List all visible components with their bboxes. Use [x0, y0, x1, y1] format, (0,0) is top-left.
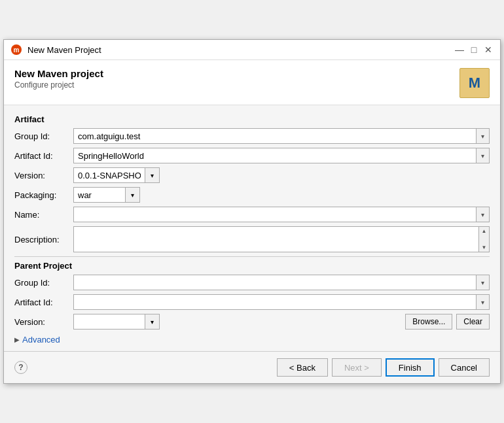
footer-buttons: < Back Next > Finish Cancel: [277, 358, 490, 377]
content-area: Artifact Group Id: ▾ Artifact Id: ▾ Vers…: [4, 105, 500, 351]
version-input-row: ▾: [73, 167, 160, 183]
description-row: Description: ▲ ▼: [14, 226, 490, 252]
scroll-down-icon[interactable]: ▼: [482, 245, 487, 250]
packaging-label: Packaging:: [14, 190, 73, 200]
artifact-id-input-row: ▾: [73, 148, 490, 163]
parent-group-id-row: Group Id: ▾: [14, 275, 490, 290]
browse-button[interactable]: Browse...: [405, 314, 452, 330]
svg-text:m: m: [14, 46, 20, 54]
version-label: Version:: [14, 171, 73, 180]
section-divider: [14, 256, 490, 257]
parent-group-id-label: Group Id:: [14, 278, 73, 288]
parent-artifact-id-row: Artifact Id: ▾: [14, 294, 490, 310]
group-id-input-row: ▾: [73, 128, 490, 144]
parent-artifact-id-input-row: ▾: [73, 294, 490, 310]
advanced-arrow-icon: ▶: [14, 336, 20, 343]
name-row: Name: ▾: [14, 207, 490, 222]
parent-version-row: Version: ▾ Browse... Clear: [14, 314, 490, 330]
header-section: New Maven project Configure project M: [4, 60, 500, 105]
title-bar-left: m New Maven Project: [10, 44, 101, 56]
title-bar: m New Maven Project — □ ✕: [4, 40, 500, 60]
maximize-button[interactable]: □: [469, 44, 479, 55]
close-button[interactable]: ✕: [483, 44, 494, 55]
packaging-dropdown-btn[interactable]: ▾: [126, 187, 140, 203]
artifact-id-dropdown-btn[interactable]: ▾: [477, 148, 490, 163]
advanced-row[interactable]: ▶ Advanced: [14, 335, 490, 345]
group-id-label: Group Id:: [14, 131, 73, 141]
footer: ? < Back Next > Finish Cancel: [4, 351, 500, 383]
parent-group-id-dropdown-btn[interactable]: ▾: [477, 275, 490, 290]
version-dropdown-btn[interactable]: ▾: [145, 167, 160, 183]
artifact-section-label: Artifact: [14, 114, 490, 124]
maven-title-icon: m: [10, 44, 22, 56]
parent-version-controls: ▾ Browse... Clear: [73, 314, 490, 330]
version-row: Version: ▾: [14, 167, 490, 183]
packaging-input-row: ▾: [73, 187, 140, 203]
advanced-label[interactable]: Advanced: [22, 335, 60, 345]
dialog-window: m New Maven Project — □ ✕ New Maven proj…: [3, 39, 501, 384]
dialog-title: New Maven Project: [27, 45, 101, 55]
artifact-id-input[interactable]: [73, 148, 477, 163]
parent-version-dropdown-btn[interactable]: ▾: [145, 314, 160, 330]
name-input[interactable]: [73, 207, 477, 222]
description-input[interactable]: [73, 226, 479, 252]
title-controls: — □ ✕: [454, 44, 494, 55]
parent-group-id-input-row: ▾: [73, 275, 490, 290]
next-button[interactable]: Next >: [332, 358, 382, 377]
packaging-input[interactable]: [73, 187, 126, 203]
parent-project-section-label: Parent Project: [14, 261, 490, 271]
cancel-button[interactable]: Cancel: [439, 358, 490, 377]
parent-version-input[interactable]: [73, 314, 145, 330]
version-input[interactable]: [73, 167, 145, 183]
maven-logo: M: [459, 68, 490, 98]
description-label: Description:: [14, 235, 73, 245]
clear-button[interactable]: Clear: [456, 314, 490, 330]
page-subtitle: Configure project: [14, 80, 103, 90]
back-button[interactable]: < Back: [277, 358, 328, 377]
finish-button[interactable]: Finish: [386, 358, 435, 377]
scroll-up-icon[interactable]: ▲: [482, 228, 487, 234]
minimize-button[interactable]: —: [454, 44, 465, 55]
help-button[interactable]: ?: [14, 361, 27, 374]
header-text: New Maven project Configure project: [14, 68, 103, 90]
parent-artifact-id-input[interactable]: [73, 294, 477, 310]
group-id-dropdown-btn[interactable]: ▾: [477, 128, 490, 144]
parent-artifact-id-dropdown-btn[interactable]: ▾: [477, 294, 490, 310]
name-dropdown-btn[interactable]: ▾: [477, 207, 490, 222]
parent-version-input-row: ▾: [73, 314, 160, 330]
name-input-row: ▾: [73, 207, 490, 222]
page-title: New Maven project: [14, 68, 103, 79]
packaging-row: Packaging: ▾: [14, 187, 490, 203]
group-id-input[interactable]: [73, 128, 477, 144]
parent-group-id-input[interactable]: [73, 275, 477, 290]
name-label: Name:: [14, 210, 73, 220]
parent-version-label: Version:: [14, 317, 73, 327]
footer-left: ?: [14, 361, 27, 374]
group-id-row: Group Id: ▾: [14, 128, 490, 144]
description-scrollbar: ▲ ▼: [479, 226, 490, 252]
artifact-id-label: Artifact Id:: [14, 151, 73, 161]
parent-artifact-id-label: Artifact Id:: [14, 297, 73, 307]
artifact-id-row: Artifact Id: ▾: [14, 148, 490, 163]
